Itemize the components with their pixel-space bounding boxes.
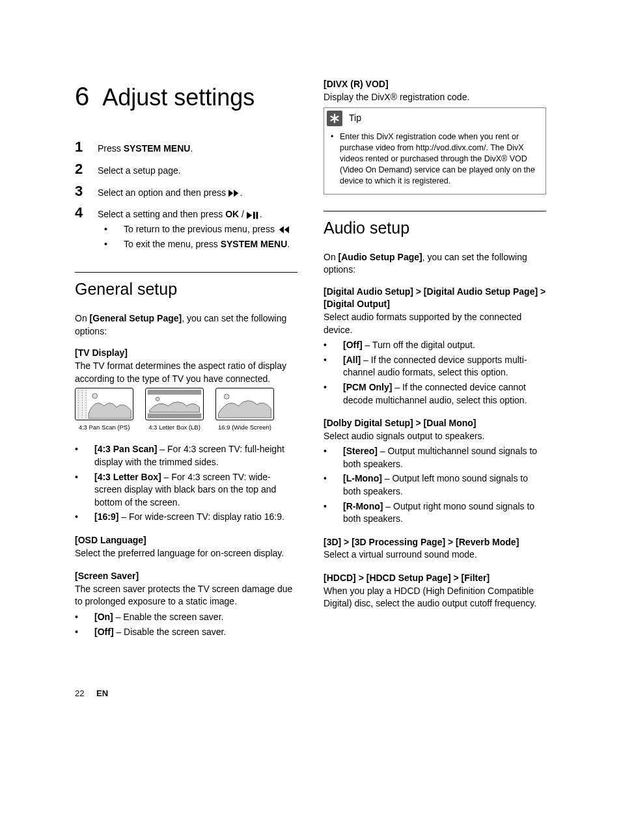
step-content: Select an option and then press . <box>98 187 297 200</box>
lang-code: EN <box>96 688 108 698</box>
list-item: •[4:3 Letter Box] – For 4:3 screen TV: w… <box>75 471 297 509</box>
option-title: [DIVX (R) VOD] <box>324 78 546 91</box>
bullet-icon: • <box>104 238 124 251</box>
step-num: 2 <box>75 159 98 180</box>
option-title: [TV Display] <box>75 347 297 360</box>
svg-rect-1 <box>256 211 258 219</box>
list-item: •[Off] – Disable the screen saver. <box>75 626 297 639</box>
list-item: •[Off] – Turn off the digital output. <box>324 339 546 352</box>
option-title: [3D] > [3D Processing Page] > [Reverb Mo… <box>324 536 546 549</box>
step-num: 4 <box>75 203 98 223</box>
svg-rect-0 <box>253 211 255 219</box>
audio-intro: On [Audio Setup Page], you can set the f… <box>324 251 546 277</box>
chapter-title-text: Adjust settings <box>102 84 255 111</box>
tip-asterisk-icon <box>327 111 342 126</box>
list-item: •[R-Mono] – Output right mono sound sign… <box>324 500 546 526</box>
option-desc: Select audio signals output to speakers. <box>324 430 546 443</box>
step-1: 1 Press SYSTEM MENU. <box>75 137 297 157</box>
option-desc: Display the DivX® registration code. <box>324 91 546 104</box>
option-title: [HDCD] > [HDCD Setup Page] > [Filter] <box>324 572 546 585</box>
list-item: •[16:9] – For wide-screen TV: display ra… <box>75 511 297 524</box>
option-desc: When you play a HDCD (High Definition Co… <box>324 585 546 610</box>
general-intro: On [General Setup Page], you can set the… <box>75 312 297 338</box>
step-2: 2 Select a setup page. <box>75 159 297 180</box>
substep-text: To exit the menu, press SYSTEM MENU. <box>124 238 290 251</box>
step-3: 3 Select an option and then press . <box>75 182 297 202</box>
option-desc: The screen saver protects the TV screen … <box>75 583 297 608</box>
bullet-icon: • <box>324 500 343 526</box>
pan-scan-illustration <box>76 388 133 420</box>
tip-text: Enter this DivX registration code when y… <box>340 131 539 186</box>
letterbox-illustration <box>146 388 203 420</box>
step-4: 4 Select a setting and then press OK / .… <box>75 203 297 252</box>
step-content: Select a setting and then press OK / . •… <box>98 208 297 252</box>
bullet-icon: • <box>75 611 94 624</box>
list-item: •[On] – Enable the screen saver. <box>75 611 297 624</box>
svg-point-6 <box>92 394 98 399</box>
divx-block: [DIVX (R) VOD] Display the DivX® registr… <box>324 78 546 195</box>
general-setup-heading: General setup <box>75 278 297 301</box>
3d-block: [3D] > [3D Processing Page] > [Reverb Mo… <box>324 536 546 562</box>
svg-point-10 <box>224 394 229 400</box>
digital-audio-block: [Digital Audio Setup] > [Digital Audio S… <box>324 286 546 407</box>
list-item: •[Stereo] – Output multichannel sound si… <box>324 445 546 470</box>
svg-point-9 <box>156 398 159 401</box>
bullet-icon: • <box>331 131 340 186</box>
section-divider <box>324 211 546 211</box>
chapter-number: 6 <box>75 82 89 111</box>
tip-label: Tip <box>349 112 361 125</box>
section-divider <box>75 272 297 273</box>
option-title: [OSD Language] <box>75 534 297 547</box>
bullet-icon: • <box>75 511 94 524</box>
osd-language-block: [OSD Language] Select the preferred lang… <box>75 534 297 560</box>
page-footer: 22 EN <box>75 688 546 699</box>
caption: 4:3 Pan Scan (PS) <box>75 423 133 431</box>
caption: 16:9 (Wide Screen) <box>215 423 274 431</box>
svg-rect-8 <box>148 414 202 419</box>
list-item: •[L-Mono] – Output left mono sound signa… <box>324 472 546 498</box>
bullet-icon: • <box>104 223 124 236</box>
substep: • To exit the menu, press SYSTEM MENU. <box>104 238 297 251</box>
bullet-icon: • <box>324 472 343 498</box>
substep: • To return to the previous menu, press <box>104 223 297 236</box>
step-num: 3 <box>75 182 98 202</box>
option-title: [Digital Audio Setup] > [Digital Audio S… <box>324 286 546 311</box>
aspect-pan-scan: 4:3 Pan Scan (PS) <box>75 388 133 431</box>
option-desc: Select the preferred language for on-scr… <box>75 547 297 560</box>
bullet-icon: • <box>75 471 94 509</box>
option-title: [Dolby Digital Setup] > [Dual Mono] <box>324 417 546 430</box>
list-item: •Enter this DivX registration code when … <box>331 131 539 186</box>
aspect-widescreen: 16:9 (Wide Screen) <box>215 388 274 431</box>
list-item: •[All] – If the connected device support… <box>324 354 546 379</box>
bullet-icon: • <box>75 443 94 468</box>
aspect-ratio-illustrations: 4:3 Pan Scan (PS) 4:3 Letter Box (LB) <box>75 388 297 431</box>
bullet-icon: • <box>75 626 94 639</box>
list-item: •[PCM Only] – If the connected device ca… <box>324 381 546 407</box>
step-content: Press SYSTEM MENU. <box>98 142 297 156</box>
svg-rect-7 <box>148 390 202 395</box>
dolby-block: [Dolby Digital Setup] > [Dual Mono] Sele… <box>324 417 546 526</box>
option-desc: Select a virtual surround sound mode. <box>324 549 546 562</box>
aspect-letter-box: 4:3 Letter Box (LB) <box>145 388 204 431</box>
tip-box: Tip •Enter this DivX registration code w… <box>324 107 546 194</box>
tv-display-block: [TV Display] The TV format determines th… <box>75 347 297 524</box>
steps-list: 1 Press SYSTEM MENU. 2 Select a setup pa… <box>75 137 297 252</box>
bullet-icon: • <box>324 381 343 407</box>
screen-saver-block: [Screen Saver] The screen saver protects… <box>75 570 297 638</box>
step-content: Select a setup page. <box>98 165 297 178</box>
svg-rect-2 <box>76 388 87 420</box>
play-pause-icon <box>247 211 260 219</box>
option-desc: The TV format determines the aspect rati… <box>75 360 297 385</box>
bullet-icon: • <box>324 339 343 352</box>
substep-text: To return to the previous menu, press <box>124 223 289 236</box>
step-num: 1 <box>75 137 98 157</box>
page-number: 22 <box>75 688 84 698</box>
widescreen-illustration <box>216 388 273 420</box>
list-item: •[4:3 Pan Scan] – For 4:3 screen TV: ful… <box>75 443 297 468</box>
rewind-icon <box>277 226 289 234</box>
caption: 4:3 Letter Box (LB) <box>145 423 204 431</box>
bullet-icon: • <box>324 354 343 379</box>
option-desc: Select audio formats supported by the co… <box>324 311 546 336</box>
option-title: [Screen Saver] <box>75 570 297 583</box>
fast-forward-icon <box>228 189 240 197</box>
